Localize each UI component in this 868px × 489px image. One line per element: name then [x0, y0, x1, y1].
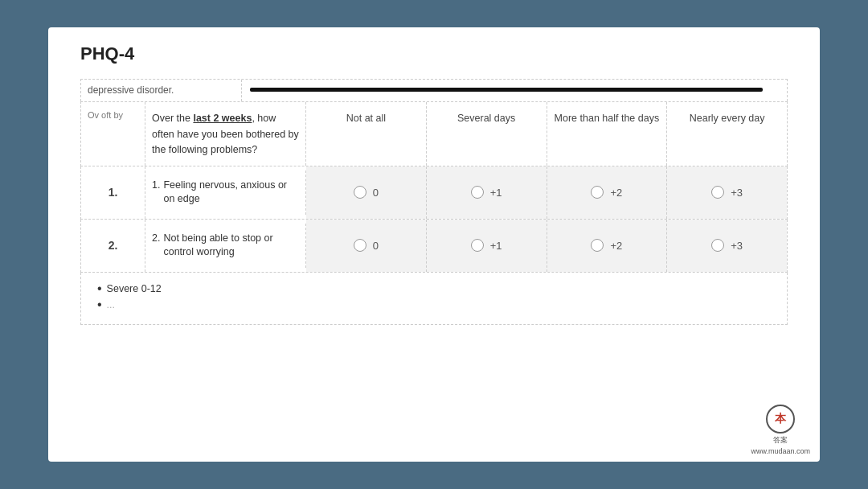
watermark-line2: www.mudaan.com — [751, 447, 810, 455]
watermark: 本 答案 www.mudaan.com — [751, 405, 810, 455]
bullet-text-0: Severe 0-12 — [107, 283, 162, 294]
q1-option-3[interactable]: +3 — [667, 166, 787, 219]
q1-outer-num: 1. — [81, 166, 145, 219]
question-row-2: 2. 2. Not being able to stop or control … — [80, 220, 788, 273]
bullet-text-1: ... — [107, 299, 115, 310]
header-option-1: Several days — [427, 102, 547, 166]
black-bar-decoration — [250, 88, 763, 92]
header-row: Ov oft by Over the last 2 weeks, how oft… — [80, 101, 788, 166]
bullets-section: • Severe 0-12 • ... — [80, 273, 788, 325]
q1-value-2: +2 — [610, 187, 622, 199]
q1-value-3: +3 — [731, 187, 743, 199]
q2-options: 0 +1 +2 +3 — [306, 220, 787, 272]
q2-value-1: +1 — [490, 240, 502, 252]
header-option-2: More than half the days — [547, 102, 668, 166]
clipped-bar — [242, 80, 787, 101]
q1-inner-num: 1. — [152, 179, 160, 193]
q1-value-0: 0 — [373, 187, 379, 199]
q2-option-0[interactable]: 0 — [306, 220, 427, 272]
q2-radio-1[interactable] — [471, 239, 484, 252]
q1-option-0[interactable]: 0 — [306, 166, 427, 219]
header-question-text: Over the last 2 weeks, how often have yo… — [152, 113, 299, 155]
q1-radio-1[interactable] — [471, 186, 484, 199]
q2-text-col: 2. Not being able to stop or control wor… — [145, 224, 306, 268]
q2-value-2: +2 — [610, 240, 622, 252]
header-options: Not at all Several days More than half t… — [306, 102, 787, 166]
question-row-1: 1. 1. Feeling nervous, anxious or on edg… — [80, 166, 788, 220]
q1-option-1[interactable]: +1 — [427, 166, 547, 219]
header-question-col: Over the last 2 weeks, how often have yo… — [145, 102, 306, 166]
header-option-0: Not at all — [306, 102, 427, 166]
q2-radio-0[interactable] — [354, 239, 366, 252]
header-option-3: Nearly every day — [667, 102, 787, 166]
watermark-line1: 答案 — [773, 435, 788, 446]
q2-radio-2[interactable] — [591, 239, 604, 252]
q2-outer-num: 2. — [81, 220, 145, 272]
q2-value-3: +3 — [731, 240, 743, 252]
q2-inner-num: 2. — [152, 232, 160, 246]
q2-radio-3[interactable] — [711, 239, 724, 252]
q1-text: Feeling nervous, anxious or on edge — [163, 179, 299, 207]
q1-radio-0[interactable] — [354, 186, 366, 199]
q1-radio-3[interactable] — [711, 186, 724, 199]
clipped-label: depressive disorder. — [81, 80, 242, 101]
q1-text-col: 1. Feeling nervous, anxious or on edge — [145, 171, 306, 215]
bullet-item-0: • Severe 0-12 — [97, 282, 771, 295]
q1-value-1: +1 — [490, 187, 502, 199]
q2-text: Not being able to stop or control worryi… — [163, 232, 299, 260]
header-left-col: Ov oft by — [81, 102, 145, 166]
q2-option-1[interactable]: +1 — [427, 220, 547, 272]
q2-value-0: 0 — [373, 240, 379, 252]
q1-radio-2[interactable] — [591, 186, 604, 199]
bullet-dot-0: • — [97, 282, 102, 295]
bullet-item-1: • ... — [97, 298, 771, 311]
clipped-row: depressive disorder. — [80, 79, 788, 101]
q1-option-2[interactable]: +2 — [547, 166, 668, 219]
bullet-dot-1: • — [97, 298, 102, 311]
page-title: PHQ-4 — [80, 43, 788, 64]
watermark-circle: 本 — [766, 405, 795, 434]
q2-option-3[interactable]: +3 — [667, 220, 787, 272]
q1-options: 0 +1 +2 +3 — [306, 166, 787, 219]
q2-option-2[interactable]: +2 — [547, 220, 668, 272]
